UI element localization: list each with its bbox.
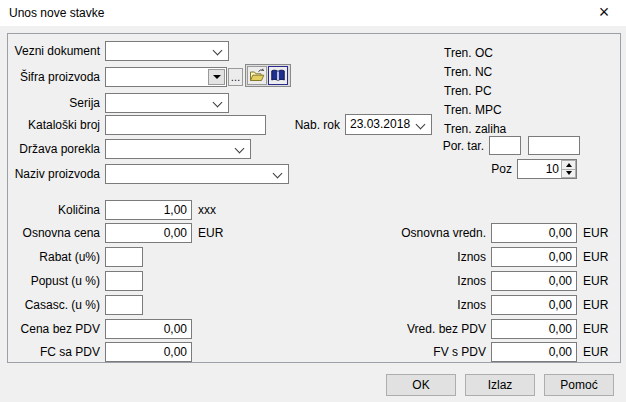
dropdown-arrow-icon bbox=[213, 75, 221, 79]
vezni-dokument-row: Vezni dokument bbox=[0, 40, 229, 61]
serija-row: Serija bbox=[0, 92, 229, 113]
sifra-proizvoda-label: Šifra proizvoda bbox=[0, 70, 100, 84]
product-tools-frame bbox=[245, 64, 291, 87]
currency-label: EUR bbox=[583, 250, 608, 264]
iznos-label: Iznos bbox=[380, 274, 486, 288]
osnovna-vredn-label: Osnovna vredn. bbox=[380, 226, 486, 240]
pomoc-button[interactable]: Pomoć bbox=[544, 374, 614, 396]
tren-oc-label: Tren. OC bbox=[444, 46, 493, 60]
spinner-down-button[interactable] bbox=[561, 170, 576, 179]
poz-label: Poz bbox=[440, 162, 512, 176]
drzava-porekla-row: Država porekla bbox=[0, 138, 251, 159]
fc-sa-pdv-label: FC sa PDV bbox=[0, 345, 100, 359]
osnovna-vredn-row: Osnovna vredn. EUR bbox=[380, 222, 608, 243]
currency-label: EUR bbox=[198, 226, 223, 240]
kolicina-label: Količina bbox=[0, 203, 100, 217]
iznos-input-3[interactable] bbox=[491, 295, 577, 315]
currency-label: EUR bbox=[583, 298, 608, 312]
vred-bez-pdv-row: Vred. bez PDV EUR bbox=[380, 318, 608, 339]
drzava-porekla-combobox[interactable] bbox=[105, 139, 251, 159]
kolicina-unit: xxx bbox=[198, 203, 216, 217]
title-bar: Unos nove stavke × bbox=[0, 0, 626, 26]
fc-sa-pdv-row: FC sa PDV bbox=[0, 341, 192, 362]
chevron-down-icon bbox=[213, 45, 223, 55]
kataloski-broj-row: Kataloški broj bbox=[0, 114, 266, 135]
iznos-input-2[interactable] bbox=[491, 271, 577, 291]
kolicina-input[interactable] bbox=[105, 200, 192, 220]
nab-rok-label: Nab. rok bbox=[260, 118, 340, 132]
serija-label: Serija bbox=[0, 96, 100, 110]
kataloski-broj-input[interactable] bbox=[105, 115, 266, 135]
spinner-up-button[interactable] bbox=[561, 160, 576, 170]
popust-input[interactable] bbox=[105, 271, 143, 291]
kataloski-broj-label: Kataloški broj bbox=[0, 118, 100, 132]
izlaz-button[interactable]: Izlaz bbox=[465, 374, 535, 396]
open-folder-icon bbox=[249, 68, 265, 83]
osnovna-cena-input[interactable] bbox=[105, 223, 192, 243]
more-button[interactable]: … bbox=[228, 68, 243, 86]
cena-bez-pdv-label: Cena bez PDV bbox=[0, 322, 100, 336]
currency-label: EUR bbox=[583, 345, 608, 359]
catalog-book-button[interactable] bbox=[268, 66, 288, 85]
vred-bez-pdv-label: Vred. bez PDV bbox=[380, 322, 486, 336]
down-arrow-icon bbox=[566, 171, 572, 175]
sifra-proizvoda-combobox[interactable] bbox=[105, 67, 227, 87]
tren-nc-label: Tren. NC bbox=[444, 65, 492, 79]
vezni-dokument-combobox[interactable] bbox=[105, 41, 229, 61]
open-folder-button[interactable] bbox=[247, 66, 267, 85]
iznos-label: Iznos bbox=[380, 250, 486, 264]
iznos-label: Iznos bbox=[380, 298, 486, 312]
popust-row: Popust (u %) bbox=[0, 270, 143, 291]
chevron-down-icon bbox=[213, 97, 223, 107]
dropdown-arrow-button[interactable] bbox=[208, 69, 225, 85]
tren-pc-label: Tren. PC bbox=[444, 84, 492, 98]
naziv-proizvoda-combobox[interactable] bbox=[105, 164, 289, 184]
currency-label: EUR bbox=[583, 226, 608, 240]
popust-label: Popust (u %) bbox=[0, 274, 100, 288]
osnovna-cena-row: Osnovna cena EUR bbox=[0, 222, 223, 243]
ok-button[interactable]: OK bbox=[386, 374, 456, 396]
vred-bez-pdv-input[interactable] bbox=[491, 319, 577, 339]
casasc-row: Casasc. (u %) bbox=[0, 294, 143, 315]
close-icon[interactable]: × bbox=[593, 1, 615, 23]
rabat-label: Rabat (u%) bbox=[0, 250, 100, 264]
osnovna-vredn-input[interactable] bbox=[491, 223, 577, 243]
iznos-input-1[interactable] bbox=[491, 247, 577, 267]
chevron-down-icon bbox=[235, 143, 245, 153]
dialog-title: Unos nove stavke bbox=[9, 6, 104, 20]
iznos-row-2: Iznos EUR bbox=[380, 270, 608, 291]
tren-zaliha-label: Tren. zaliha bbox=[444, 122, 506, 136]
por-tar-input-2[interactable] bbox=[528, 136, 580, 155]
poz-value: 10 bbox=[518, 160, 561, 178]
por-tar-input-1[interactable] bbox=[489, 136, 521, 155]
por-tar-label: Por. tar. bbox=[380, 139, 484, 153]
fv-s-pdv-row: FV s PDV EUR bbox=[380, 341, 608, 362]
tren-mpc-label: Tren. MPC bbox=[444, 103, 502, 117]
fc-sa-pdv-input[interactable] bbox=[105, 342, 192, 362]
currency-label: EUR bbox=[583, 322, 608, 336]
book-icon bbox=[270, 68, 286, 83]
sifra-proizvoda-row: Šifra proizvoda bbox=[0, 66, 227, 87]
vezni-dokument-label: Vezni dokument bbox=[0, 44, 100, 58]
rabat-row: Rabat (u%) bbox=[0, 246, 143, 267]
rabat-input[interactable] bbox=[105, 247, 143, 267]
spinner-buttons bbox=[561, 160, 576, 178]
casasc-label: Casasc. (u %) bbox=[0, 298, 100, 312]
nab-rok-date-combobox[interactable]: 23.03.2018 bbox=[345, 114, 432, 135]
chevron-down-icon bbox=[273, 168, 283, 178]
kolicina-row: Količina xxx bbox=[0, 199, 216, 220]
cena-bez-pdv-input[interactable] bbox=[105, 319, 192, 339]
drzava-porekla-label: Država porekla bbox=[0, 142, 100, 156]
naziv-proizvoda-label: Naziv proizvoda bbox=[0, 167, 100, 181]
serija-combobox[interactable] bbox=[105, 93, 229, 113]
chevron-down-icon bbox=[416, 120, 426, 130]
currency-label: EUR bbox=[583, 274, 608, 288]
unos-nove-stavke-dialog: Unos nove stavke × Vezni dokument Šifra … bbox=[0, 0, 626, 402]
fv-s-pdv-label: FV s PDV bbox=[380, 345, 486, 359]
fv-s-pdv-input[interactable] bbox=[491, 342, 577, 362]
nab-rok-value: 23.03.2018 bbox=[350, 117, 410, 131]
iznos-row-1: Iznos EUR bbox=[380, 246, 608, 267]
casasc-input[interactable] bbox=[105, 295, 143, 315]
poz-spinner[interactable]: 10 bbox=[517, 159, 577, 179]
naziv-proizvoda-row: Naziv proizvoda bbox=[0, 163, 289, 184]
